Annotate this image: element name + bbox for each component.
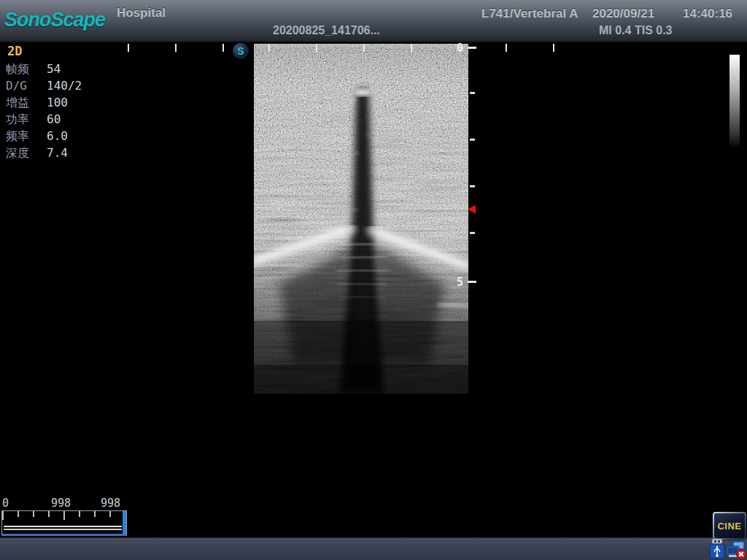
depth-label-0: 0 bbox=[457, 42, 463, 55]
scrubber-track bbox=[4, 529, 122, 530]
param-label-depth: 深度 bbox=[6, 146, 29, 161]
cine-current-frame: 998 bbox=[51, 497, 71, 510]
mi-tis-readout: MI 0.4 TIS 0.3 bbox=[599, 24, 672, 37]
ruler-tick bbox=[222, 44, 224, 52]
mode-label: 2D bbox=[7, 44, 22, 58]
ruler-tick bbox=[175, 44, 177, 52]
cine-button-frame: CINE bbox=[713, 512, 746, 540]
param-label-power: 功率 bbox=[6, 112, 29, 128]
ruler-tick bbox=[363, 44, 365, 52]
scrubber-track bbox=[4, 526, 122, 527]
ruler-tick bbox=[506, 44, 507, 52]
ruler-tick bbox=[411, 44, 412, 52]
clock-time: 14:40:16 bbox=[683, 7, 732, 21]
scrubber-tick bbox=[79, 511, 80, 517]
ruler-tick bbox=[553, 44, 554, 52]
depth-dash bbox=[468, 281, 476, 283]
param-label-frequency: 频率 bbox=[6, 129, 29, 144]
scrubber-tick bbox=[94, 511, 96, 517]
grayscale-bar bbox=[729, 55, 740, 148]
cine-start-label: 0 bbox=[2, 497, 9, 510]
scrubber-cursor[interactable] bbox=[123, 511, 126, 534]
hospital-name: Hospital bbox=[117, 6, 166, 20]
scrubber-tick bbox=[63, 511, 65, 520]
param-value-gain: 100 bbox=[47, 96, 68, 109]
ruler-tick bbox=[128, 44, 129, 52]
param-label-framerate: 帧频 bbox=[6, 62, 29, 77]
param-row: 帧频 54 bbox=[0, 62, 146, 79]
cine-button[interactable]: CINE bbox=[714, 513, 745, 538]
depth-tick bbox=[470, 232, 475, 234]
scrubber-tick bbox=[33, 511, 34, 517]
taskbar bbox=[0, 537, 747, 560]
scrubber-tick bbox=[48, 511, 50, 517]
param-value-dg: 140/2 bbox=[47, 79, 82, 93]
exam-id: 20200825_141706... bbox=[273, 24, 380, 37]
param-label-gain: 增益 bbox=[6, 96, 29, 111]
param-row: 功率 60 bbox=[0, 112, 146, 129]
depth-dash bbox=[468, 47, 476, 49]
exam-date: 2020/09/21 bbox=[592, 7, 654, 21]
probe-orientation-marker: S bbox=[233, 43, 249, 59]
depth-tick bbox=[470, 139, 475, 141]
param-value-power: 60 bbox=[47, 112, 61, 126]
scrubber-tick bbox=[18, 511, 19, 517]
param-value-framerate: 54 bbox=[47, 62, 61, 76]
param-row: 增益 100 bbox=[0, 96, 146, 112]
param-row: 深度 7.4 bbox=[0, 146, 146, 163]
param-value-depth: 7.4 bbox=[47, 146, 68, 160]
ruler-tick bbox=[316, 44, 317, 52]
usb-icon[interactable] bbox=[708, 539, 726, 559]
network-disconnected-icon[interactable] bbox=[726, 540, 747, 559]
sonoscape-logo: SonoScape bbox=[4, 9, 105, 31]
depth-tick bbox=[470, 92, 475, 94]
depth-tick bbox=[470, 185, 475, 187]
ultrasound-image bbox=[254, 44, 468, 394]
focus-position-marker bbox=[468, 205, 476, 214]
param-label-dg: D/G bbox=[6, 79, 27, 93]
ruler-tick bbox=[268, 44, 270, 52]
scrubber-tick bbox=[2, 511, 4, 520]
cine-total-frames: 998 bbox=[101, 497, 120, 510]
depth-label-5: 5 bbox=[457, 276, 463, 289]
probe-preset: L741/Vertebral A bbox=[481, 7, 578, 21]
top-status-bar: SonoScape Hospital L741/Vertebral A 2020… bbox=[0, 0, 747, 42]
param-row: D/G 140/2 bbox=[0, 79, 146, 96]
param-value-frequency: 6.0 bbox=[47, 129, 68, 143]
param-row: 频率 6.0 bbox=[0, 129, 146, 146]
scrubber-tick bbox=[109, 511, 111, 517]
cine-scrubber[interactable] bbox=[1, 510, 127, 536]
